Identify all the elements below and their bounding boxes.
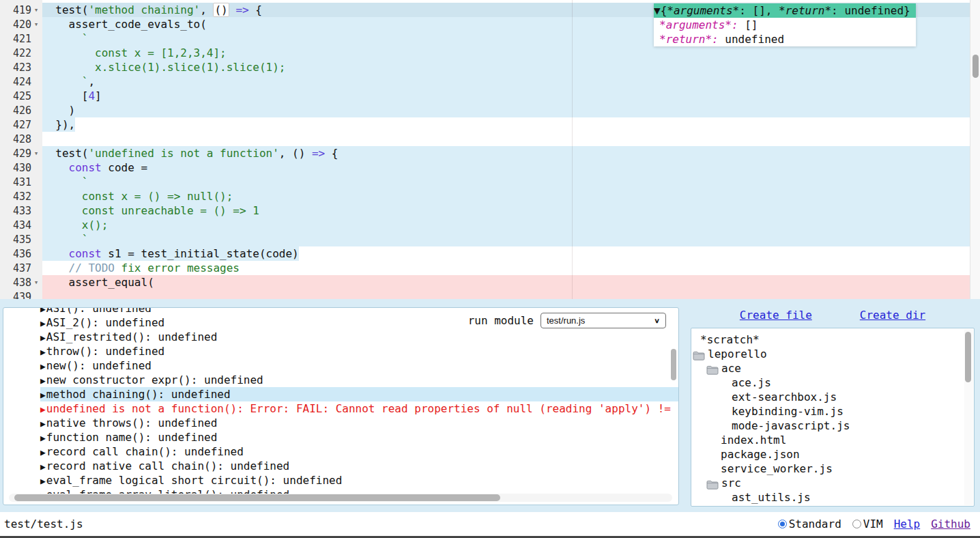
results-hscrollbar-track[interactable] [9, 494, 672, 502]
editor-scrollbar-track[interactable] [970, 0, 980, 299]
code-line[interactable]: const x = [1,2,3,4]; [42, 46, 970, 60]
tree-item-file[interactable]: keybinding-vim.js [691, 404, 974, 419]
tree-item-file[interactable]: ast_utils.js [691, 490, 974, 505]
code-line[interactable]: ) [42, 103, 970, 117]
tree-scrollbar-track[interactable] [964, 329, 973, 505]
radio-vim-label: VIM [863, 518, 883, 530]
line-number: 428 [13, 133, 31, 145]
expand-arrow-icon[interactable]: ▶ [40, 476, 46, 486]
results-hscrollbar-thumb[interactable] [14, 494, 500, 501]
gutter-row: 421 [0, 31, 42, 46]
help-link[interactable]: Help [894, 518, 921, 530]
code-token: test( [42, 3, 88, 16]
expand-arrow-icon[interactable]: ▶ [40, 361, 46, 371]
tree-item-label: ext-searchbox.js [732, 390, 837, 404]
test-result-row[interactable]: ▶native throws(): undefined [40, 416, 678, 430]
expand-arrow-icon[interactable]: ▶ [40, 433, 46, 443]
code-line[interactable]: const code = [42, 160, 970, 175]
create-file-link[interactable]: Create file [740, 309, 812, 322]
expand-arrow-icon[interactable]: ▶ [40, 462, 46, 472]
test-result-row[interactable]: ▶new(): undefined [40, 358, 678, 373]
keybinding-standard-option[interactable]: Standard [778, 518, 841, 530]
tooltip-header-row[interactable]: ▼{*arguments*: [], *return*: undefined} [654, 3, 916, 18]
code-line[interactable] [42, 132, 970, 146]
expand-arrow-icon[interactable]: ▶ [40, 390, 46, 400]
keybinding-vim-option[interactable]: VIM [852, 518, 883, 530]
code-line[interactable]: x(); [42, 218, 970, 232]
test-result-row[interactable]: ▶record call chain(): undefined [40, 444, 678, 459]
code-line[interactable]: test('undefined is not a function', () =… [42, 146, 970, 160]
code-line[interactable]: // TODO fix error messages [42, 261, 970, 275]
expand-arrow-icon[interactable]: ▶ [40, 419, 46, 429]
test-result-row[interactable]: ▶eval_frame logical short circuit(): und… [40, 473, 678, 487]
test-result-row[interactable]: ▶throw(): undefined [40, 344, 678, 358]
code-line[interactable]: const s1 = test_initial_state(code) [42, 246, 970, 261]
tree-item-file[interactable]: mode-javascript.js [691, 419, 974, 433]
code-line[interactable]: }), [42, 117, 970, 132]
editor-scrollbar-thumb[interactable] [972, 55, 979, 78]
tree-item-label: src [721, 476, 741, 490]
test-result-label: eval_frame logical short circuit(): unde… [46, 474, 342, 487]
tree-item-label: ace.js [732, 376, 771, 390]
fold-caret-icon[interactable]: ▾ [31, 3, 41, 17]
radio-standard-icon[interactable] [778, 520, 787, 528]
tooltip-entry-row[interactable]: *return*: undefined [654, 32, 916, 46]
tree-item-file[interactable]: *scratch* [691, 332, 974, 347]
tree-item-folder[interactable]: src [691, 476, 974, 490]
code-line[interactable]: ` [42, 175, 970, 189]
tree-item-label: package.json [721, 447, 800, 462]
fold-caret-icon[interactable]: ▾ [31, 275, 41, 289]
test-result-row[interactable]: ▶undefined is not a function(): Error: F… [40, 401, 678, 416]
results-scrollbar-thumb[interactable] [671, 349, 676, 380]
code-line[interactable]: ` [42, 232, 970, 246]
expand-arrow-icon[interactable]: ▶ [40, 404, 46, 414]
expand-arrow-icon[interactable]: ▶ [40, 347, 46, 357]
tree-scrollbar-thumb[interactable] [965, 332, 971, 382]
tooltip-entry-row[interactable]: *arguments*: [] [654, 18, 916, 32]
gutter-row: 439 [0, 289, 42, 299]
fold-caret-icon[interactable]: ▾ [31, 17, 41, 31]
code-line-text: test('method chaining', () => { [42, 3, 262, 17]
expand-arrow-icon[interactable]: ▶ [40, 447, 46, 457]
tree-item-file[interactable]: index.html [691, 433, 974, 447]
expand-arrow-icon[interactable]: ▶ [40, 332, 46, 343]
code-line[interactable]: assert_equal( [42, 275, 970, 289]
test-result-row[interactable]: ▶method chaining(): undefined [40, 387, 678, 401]
line-number: 431 [13, 176, 31, 188]
code-line[interactable]: x.slice(1).slice(1).slice(1); [42, 60, 970, 74]
create-dir-link[interactable]: Create dir [860, 309, 925, 322]
test-result-row[interactable]: ▶new constructor expr(): undefined [40, 373, 678, 387]
code-line-text: ` [42, 232, 88, 246]
radio-vim-icon[interactable] [852, 520, 861, 528]
run-module-select[interactable]: test/run.js ∨ [541, 313, 666, 328]
code-token: assert_code_evals_to( [42, 18, 207, 31]
tree-item-folder[interactable]: ace [691, 361, 974, 376]
tooltip-header-token: { [661, 4, 667, 17]
code-line[interactable]: [4] [42, 89, 970, 103]
test-result-row[interactable]: ▶function name(): undefined [40, 430, 678, 444]
tree-item-file[interactable]: ace.js [691, 376, 974, 390]
code-line[interactable]: `, [42, 74, 970, 89]
active-call-marker[interactable]: () [213, 3, 229, 17]
test-result-label: ASI_restrited(): undefined [46, 330, 217, 343]
test-result-row[interactable]: ▶record native call chain(): undefined [40, 459, 678, 473]
leporello-ide: 419▾420▾421422423424425426427428429▾4304… [0, 0, 980, 538]
tree-item-file[interactable]: service_worker.js [691, 462, 974, 476]
code-line[interactable]: const x = () => null(); [42, 189, 970, 203]
expand-arrow-icon[interactable]: ▶ [40, 376, 46, 386]
code-line[interactable] [42, 289, 970, 299]
code-editor[interactable]: 419▾420▾421422423424425426427428429▾4304… [0, 0, 980, 299]
tree-item-file[interactable]: package.json [691, 447, 974, 462]
fold-caret-icon[interactable]: ▾ [31, 146, 41, 160]
expand-arrow-icon[interactable]: ▶ [40, 308, 46, 314]
code-line-text: [4] [42, 89, 102, 103]
code-token: , [88, 75, 95, 88]
collapse-arrow-icon[interactable]: ▼ [654, 4, 661, 17]
test-result-row[interactable]: ▶ASI_restrited(): undefined [40, 330, 678, 344]
test-result-label: native throws(): undefined [46, 416, 217, 429]
tree-item-folder[interactable]: leporello [691, 347, 974, 361]
code-line[interactable]: const unreachable = () => 1 [42, 203, 970, 218]
github-link[interactable]: Github [931, 518, 970, 530]
tree-item-file[interactable]: ext-searchbox.js [691, 390, 974, 404]
expand-arrow-icon[interactable]: ▶ [40, 318, 46, 328]
